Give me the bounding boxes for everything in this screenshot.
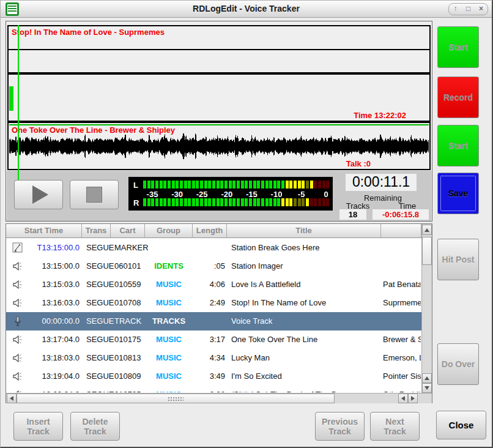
log-row-9[interactable]: 13:20:04.0SEGUE010705MUSIC3:36(Sittin' O… [6, 386, 421, 392]
cell-title: Voice Track [231, 316, 272, 326]
cell-artist: Emerson, Lake & Palmer [383, 353, 421, 362]
hit-post-button[interactable]: Hit Post [437, 239, 479, 280]
scroll-left2-button[interactable] [398, 394, 408, 403]
arrow-down-icon [424, 386, 429, 390]
column-header-blank[interactable] [381, 224, 421, 238]
scroll-down-button[interactable] [422, 383, 432, 393]
insert-track-label-2: Track [27, 427, 50, 436]
next-track-button[interactable]: Next Track [370, 412, 420, 441]
vu-segment [188, 198, 191, 206]
column-header-length[interactable]: Length [193, 224, 227, 238]
cell-group: MUSIC [145, 280, 193, 289]
horizontal-scroll-thumb[interactable] [17, 394, 335, 403]
vertical-scrollbar[interactable] [421, 224, 432, 393]
track2-waveform [9, 133, 429, 160]
horizontal-scrollbar[interactable] [6, 393, 432, 403]
close-button[interactable]: Close [436, 411, 486, 439]
vu-segment [298, 181, 301, 189]
cell-length: 3:36 [194, 390, 225, 392]
scroll-up-button[interactable] [422, 225, 432, 235]
voice-track-display: Time 13:22:02 [7, 73, 431, 122]
cell-artist: Suprmemes [383, 298, 421, 307]
log-row-6[interactable]: 13:17:04.0SEGUE010175MUSIC3:17One Toke O… [6, 330, 421, 349]
log-row-3[interactable]: 13:15:03.0SEGUE010559MUSIC4:06Love Is A … [6, 275, 421, 294]
log-row-5[interactable]: 00:00:00.0SEGUETRACKTRACKSVoice Track [6, 312, 421, 330]
start-track1-button[interactable]: Start [437, 26, 479, 68]
delete-track-label-2: Track [84, 427, 106, 436]
stop-button[interactable] [70, 180, 119, 209]
previous-track-label-2: Track [328, 427, 351, 436]
play-button[interactable] [14, 180, 63, 209]
vu-segment [249, 181, 252, 189]
vu-segment [172, 198, 175, 206]
do-over-button[interactable]: Do Over [437, 343, 479, 385]
cell-group: MUSIC [145, 371, 193, 381]
vu-segment [281, 181, 284, 189]
cell-cart: MARKER [114, 243, 149, 252]
vertical-scroll-thumb[interactable] [422, 237, 432, 265]
column-header-cart[interactable]: Cart [111, 224, 145, 238]
vu-segment [310, 181, 313, 189]
log-row-4[interactable]: 13:16:03.0SEGUE010708MUSIC2:49Stop! In T… [6, 294, 421, 312]
log-row-7[interactable]: 13:18:03.0SEGUE010813MUSIC4:34Lucky ManE… [6, 349, 421, 367]
vu-segment [208, 198, 211, 206]
close-window-icon[interactable]: × [475, 4, 487, 15]
vu-segment [232, 198, 235, 206]
log-row-1[interactable]: T13:15:00.0SEGUEMARKERStation Break Goes… [6, 239, 421, 257]
vu-segment [224, 198, 228, 206]
previous-track-button[interactable]: Previous Track [315, 412, 365, 441]
shade-window-icon[interactable]: ↑ [449, 4, 462, 15]
cell-artist: Otis Redding [383, 390, 421, 392]
vu-tick-label: -20 [221, 190, 232, 199]
scroll-right-button[interactable] [408, 394, 418, 403]
vu-segment [151, 198, 154, 206]
start-track2-button[interactable]: Start [437, 125, 479, 166]
insert-track-button[interactable]: Insert Track [13, 412, 63, 441]
vu-segment [200, 181, 203, 189]
cell-start-time: 13:18:03.0 [18, 353, 80, 362]
vu-segment [217, 181, 220, 189]
cell-start-time: T13:15:00.0 [18, 243, 80, 252]
vu-segment [245, 181, 248, 189]
cell-trans: SEGUE [86, 353, 114, 362]
column-header-group[interactable]: Group [145, 224, 193, 238]
track1-display: Stop! In The Name of Love - Suprmemes [7, 25, 431, 73]
window-title: RDLogEdit - Voice Tracker [1, 4, 492, 13]
column-header-trans[interactable]: Trans [82, 224, 111, 238]
vu-segment [160, 181, 163, 189]
voice-tracker-window: RDLogEdit - Voice Tracker ↑ □ × Stop! In… [0, 0, 493, 448]
vu-segment [212, 198, 215, 206]
next-track-label-1: Next [385, 417, 404, 427]
vu-segment [265, 181, 269, 189]
cell-length: 4:06 [194, 280, 225, 289]
scroll-up2-button[interactable] [422, 373, 432, 383]
scroll-left-button[interactable] [7, 394, 17, 403]
vu-segment [253, 181, 256, 189]
log-row-8[interactable]: 13:19:04.0SEGUE010809MUSIC3:49I'm So Exc… [6, 367, 421, 386]
cell-start-time: 13:15:03.0 [18, 280, 80, 289]
column-header-title[interactable]: Title [227, 224, 381, 238]
vu-segment [204, 198, 207, 206]
cell-artist: Pat Benatar [383, 280, 421, 289]
vu-left-bar [143, 181, 330, 189]
vu-segment [200, 198, 203, 206]
column-header-start-time[interactable]: Start Time [6, 224, 82, 238]
record-button[interactable]: Record [437, 77, 479, 118]
log-row-2[interactable]: 13:15:00.0SEGUE060101IDENTS:05Station Im… [6, 257, 421, 275]
vu-segment [257, 181, 260, 189]
maximize-window-icon[interactable]: □ [462, 4, 475, 15]
vu-segment [147, 198, 150, 206]
time-tag: Time 13:22:02 [333, 111, 406, 120]
vu-segment [151, 181, 154, 189]
cell-title: Stop! In The Name of Love [231, 298, 326, 307]
vu-segment [180, 198, 183, 206]
window-controls: ↑ □ × [448, 3, 488, 15]
cell-group: MUSIC [145, 335, 193, 344]
position-counter: 0:00:11.1 [346, 174, 417, 191]
cell-trans: SEGUE [86, 335, 114, 344]
save-button[interactable]: Save [437, 173, 479, 214]
vu-segment [245, 198, 248, 206]
vu-segment [163, 181, 166, 189]
delete-track-button[interactable]: Delete Track [70, 412, 120, 441]
playhead-line [18, 25, 19, 180]
